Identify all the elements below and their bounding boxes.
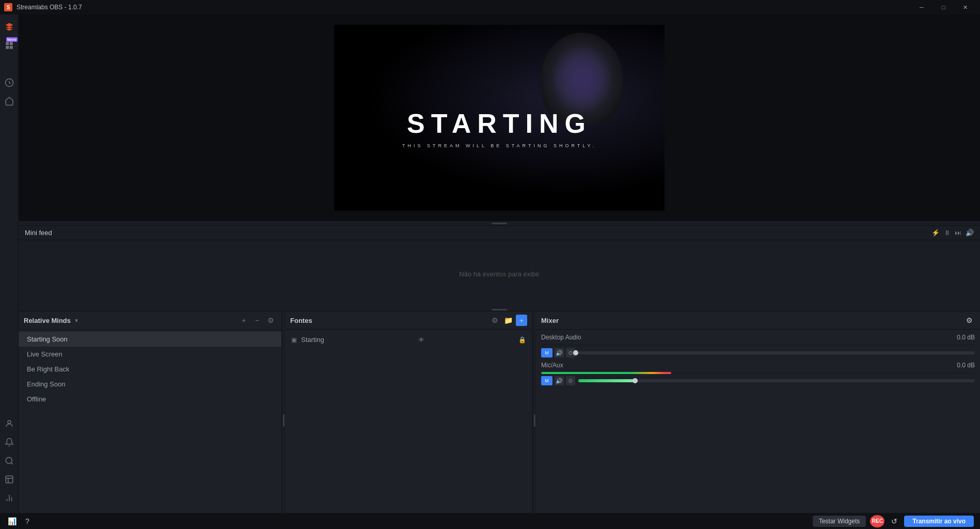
close-button[interactable]: ✕ — [954, 0, 976, 14]
sidebar-item-store[interactable] — [1, 93, 18, 110]
themes-icon — [5, 22, 14, 32]
starting-subtitle: THIS STREAM WILL BE STARTING SHORTLY. — [402, 143, 596, 148]
minifeed-empty-message: Não há eventos para exibir — [459, 270, 539, 278]
record-button[interactable]: REC — [870, 515, 884, 527]
preview-canvas: STARTING THIS STREAM WILL BE STARTING SH… — [334, 25, 665, 211]
minifeed: Mini feed ⚡ ⏸ ⏭ 🔊 Não há eventos para ex… — [19, 225, 980, 308]
sidebar-item-novo[interactable]: Novo — [1, 37, 18, 54]
source-visibility-icon[interactable]: 👁 — [418, 336, 424, 344]
scenes-header-left: Relative Minds ▼ — [24, 317, 79, 324]
statusbar-refresh-icon[interactable]: ↺ — [889, 516, 900, 527]
minifeed-pause-icon[interactable]: ⏸ — [944, 229, 951, 237]
titlebar-left: S Streamlabs OBS - 1.0.7 — [4, 3, 82, 11]
search-icon — [5, 456, 14, 465]
sources-list: ▣ Starting 👁 🔒 — [285, 330, 532, 529]
mic-fader-fill — [578, 379, 638, 382]
source-add-folder-button[interactable]: 📁 — [502, 315, 514, 326]
svg-rect-2 — [6, 46, 9, 49]
scenes-header-actions: + − ⚙ — [238, 315, 276, 326]
alerts-icon — [5, 438, 14, 447]
stats-icon — [5, 493, 14, 503]
mixer-channel-mic: Mic/Aux 0.0 dB M 🔊 ⚙ — [541, 362, 975, 385]
mic-settings-icon[interactable]: ⚙ — [566, 376, 575, 385]
svg-rect-0 — [6, 42, 9, 45]
minifeed-volume-icon[interactable]: 🔊 — [966, 229, 974, 237]
scene-item-live-screen[interactable]: Live Screen — [19, 347, 281, 362]
statusbar-right: Testar Widgets REC ↺ Transmitir ao vivo — [813, 515, 974, 527]
mixer-channel-desktop-header: Desktop Audio 0.0 dB — [541, 334, 975, 341]
desktop-controls: M 🔊 ⚙ — [541, 348, 575, 357]
sidebar-item-search[interactable] — [1, 453, 18, 469]
minimize-button[interactable]: ─ — [911, 0, 932, 14]
mic-fader-thumb[interactable] — [633, 378, 638, 383]
mic-fader[interactable] — [578, 379, 975, 382]
minifeed-controls: ⚡ ⏸ ⏭ 🔊 — [931, 229, 974, 237]
statusbar-help-icon[interactable]: ? — [22, 516, 33, 527]
scene-item-be-right-back[interactable]: Be Right Back — [19, 362, 281, 377]
mic-controls: M 🔊 ⚙ — [541, 376, 575, 385]
panel-divider-pill-2 — [534, 414, 535, 427]
mic-vu-meter — [541, 372, 975, 374]
source-lock-icon[interactable]: 🔒 — [518, 336, 526, 344]
mic-aux-label: Mic/Aux — [541, 362, 563, 369]
maximize-button[interactable]: □ — [932, 0, 954, 14]
add-source-button[interactable]: + — [516, 315, 527, 326]
sources-header: Fontes ⚙ 📁 + — [285, 312, 532, 330]
minifeed-filter-icon[interactable]: ⚡ — [931, 229, 940, 237]
mic-aux-db: 0.0 dB — [957, 362, 975, 369]
desktop-fader-thumb[interactable] — [573, 350, 578, 355]
mixer-settings-button[interactable]: ⚙ — [963, 315, 975, 326]
scenes-list: Starting Soon Live Screen Be Right Back … — [19, 330, 281, 529]
mic-mute-button[interactable]: M — [541, 376, 552, 385]
sources-title: Fontes — [290, 317, 312, 324]
scene-item-starting-soon[interactable]: Starting Soon — [19, 332, 281, 347]
desktop-mute-button[interactable]: M — [541, 348, 552, 357]
remove-scene-button[interactable]: − — [251, 315, 263, 326]
scene-item-ending-soon[interactable]: Ending Soon — [19, 377, 281, 392]
desktop-speaker-icon[interactable]: 🔊 — [555, 348, 564, 357]
sidebar-item-apps[interactable] — [1, 74, 18, 91]
sidebar-bottom — [1, 415, 18, 529]
statusbar-left: 📊 ? — [19, 516, 33, 527]
mic-speaker-icon[interactable]: 🔊 — [555, 376, 564, 385]
scenes-header: Relative Minds ▼ + − ⚙ — [19, 312, 281, 330]
svg-rect-3 — [9, 46, 12, 49]
svg-point-6 — [6, 457, 12, 463]
source-type-icon: ▣ — [291, 336, 297, 344]
sidebar-item-scenes[interactable] — [1, 56, 18, 72]
svg-rect-1 — [9, 42, 12, 45]
preview-minifeed-divider[interactable] — [19, 221, 980, 225]
desktop-fader[interactable] — [578, 351, 975, 354]
sidebar-item-alerts[interactable] — [1, 434, 18, 450]
scene-item-offline[interactable]: Offline — [19, 392, 281, 407]
sources-panel: Fontes ⚙ 📁 + ▣ Starting 👁 🔒 — [285, 312, 533, 529]
testar-widgets-button[interactable]: Testar Widgets — [813, 516, 866, 527]
overlay-icon — [5, 475, 14, 484]
scenes-dropdown-arrow[interactable]: ▼ — [74, 318, 79, 323]
transmitir-ao-vivo-button[interactable]: Transmitir ao vivo — [904, 516, 974, 527]
sidebar-item-stats[interactable] — [1, 490, 18, 506]
mixer-channel-desktop: Desktop Audio 0.0 dB M 🔊 ⚙ — [541, 334, 975, 357]
bottom-panel: Relative Minds ▼ + − ⚙ Starting Soon Liv… — [19, 311, 980, 529]
source-scene-filter-button[interactable]: ⚙ — [489, 315, 500, 326]
novo-icon — [5, 41, 14, 50]
minifeed-title: Mini feed — [25, 229, 52, 237]
source-item-starting[interactable]: ▣ Starting 👁 🔒 — [285, 332, 532, 348]
scene-settings-button[interactable]: ⚙ — [265, 315, 276, 326]
starting-title: STARTING — [407, 108, 592, 139]
mixer-channel-mic-header: Mic/Aux 0.0 dB — [541, 362, 975, 369]
desktop-vu-meter — [541, 344, 975, 346]
svg-line-7 — [11, 462, 12, 464]
scenes-icon — [5, 59, 14, 69]
add-scene-button[interactable]: + — [238, 315, 249, 326]
sidebar-item-profile[interactable] — [1, 415, 18, 432]
sidebar-item-overlay[interactable] — [1, 471, 18, 488]
svg-point-5 — [8, 421, 11, 424]
mic-fader-row: M 🔊 ⚙ — [541, 376, 975, 385]
divider-pill — [492, 223, 507, 224]
content-area: STARTING THIS STREAM WILL BE STARTING SH… — [19, 14, 980, 529]
minifeed-skip-icon[interactable]: ⏭ — [955, 229, 961, 237]
panel-divider-pill — [283, 414, 284, 427]
divider-pill-2 — [492, 309, 507, 310]
sidebar-item-themes[interactable] — [1, 19, 18, 35]
